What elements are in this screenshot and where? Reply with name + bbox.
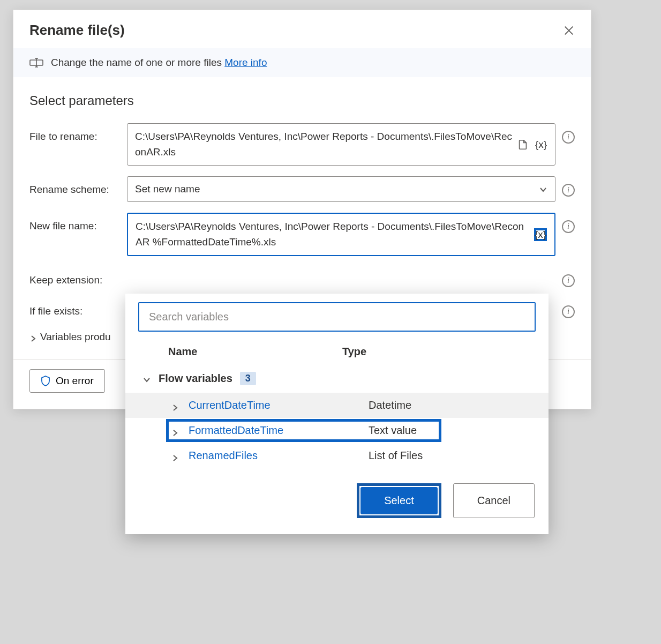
info-icon[interactable]: i — [562, 131, 575, 144]
info-bar: Change the name of one or more files Mor… — [13, 48, 591, 77]
select-button[interactable]: Select — [360, 487, 438, 514]
rename-scheme-select[interactable]: Set new name — [127, 176, 555, 202]
param-file-to-rename: File to rename: C:\Users\PA\Reynolds Ven… — [13, 118, 591, 171]
count-badge: 3 — [240, 372, 256, 385]
variable-row[interactable]: RenamedFiles List of Files — [125, 443, 549, 468]
chevron-right-icon — [29, 333, 37, 341]
info-icon[interactable]: i — [562, 305, 575, 318]
info-icon[interactable]: i — [562, 220, 575, 233]
info-icon[interactable]: i — [562, 274, 575, 287]
param-label: File to rename: — [29, 123, 121, 143]
info-text: Change the name of one or more files Mor… — [51, 57, 267, 69]
flow-variables-group[interactable]: Flow variables 3 — [125, 364, 549, 393]
variable-icon[interactable]: {x} — [534, 228, 547, 241]
param-label: If file exists: — [29, 298, 121, 317]
variable-table-header: Name Type — [125, 341, 549, 364]
dialog-title: Rename file(s) — [29, 22, 125, 39]
chevron-down-icon — [539, 185, 547, 193]
new-file-name-input[interactable]: C:\Users\PA\Reynolds Ventures, Inc\Power… — [127, 213, 555, 256]
variable-picker-popup: Search variables Name Type Flow variable… — [125, 294, 549, 534]
file-to-rename-input[interactable]: C:\Users\PA\Reynolds Ventures, Inc\Power… — [127, 123, 555, 166]
param-rename-scheme: Rename scheme: Set new name i — [13, 171, 591, 207]
chevron-right-icon — [171, 402, 179, 409]
close-icon[interactable] — [563, 25, 575, 36]
rename-icon — [29, 57, 43, 68]
column-type: Type — [342, 346, 516, 358]
chevron-down-icon — [142, 375, 151, 383]
section-title: Select parameters — [13, 77, 591, 118]
param-new-file-name: New file name: C:\Users\PA\Reynolds Vent… — [13, 207, 591, 261]
popup-footer: Select Cancel — [125, 468, 549, 521]
highlight-annotation: Select — [357, 483, 441, 518]
variable-icon[interactable]: {x} — [535, 138, 547, 151]
param-label: New file name: — [29, 213, 121, 232]
variable-row[interactable]: FormattedDateTime Text value — [125, 418, 549, 443]
column-name: Name — [168, 346, 342, 358]
shield-icon — [41, 376, 50, 386]
param-keep-extension: Keep extension: i — [13, 261, 591, 293]
param-label: Keep extension: — [29, 267, 121, 286]
file-picker-icon[interactable] — [516, 138, 529, 151]
on-error-button[interactable]: On error — [29, 369, 105, 393]
variable-row[interactable]: CurrentDateTime Datetime — [125, 393, 549, 418]
chevron-right-icon — [171, 452, 179, 460]
param-label: Rename scheme: — [29, 176, 121, 196]
chevron-right-icon — [171, 427, 179, 435]
cancel-button[interactable]: Cancel — [453, 483, 535, 518]
info-icon[interactable]: i — [562, 184, 575, 197]
more-info-link[interactable]: More info — [224, 57, 267, 68]
search-variables-input[interactable]: Search variables — [138, 302, 536, 332]
dialog-header: Rename file(s) — [13, 10, 591, 48]
